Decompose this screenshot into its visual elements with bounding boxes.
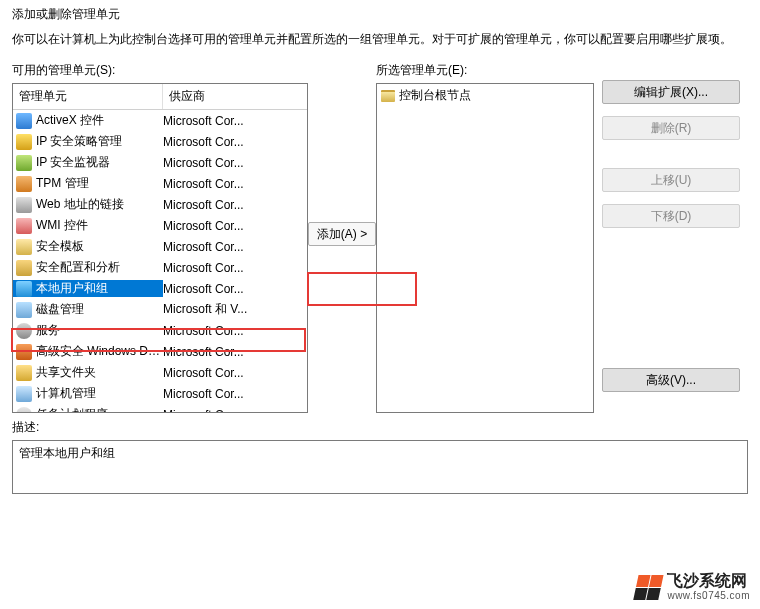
snapin-icon — [16, 155, 32, 171]
snapin-row[interactable]: 磁盘管理Microsoft 和 V... — [13, 299, 307, 320]
selected-listbox[interactable]: 控制台根节点 — [376, 83, 594, 413]
snapin-icon — [16, 197, 32, 213]
snapin-icon — [16, 386, 32, 402]
snapin-row[interactable]: Web 地址的链接Microsoft Cor... — [13, 194, 307, 215]
snapin-icon — [16, 365, 32, 381]
snapin-vendor: Microsoft Cor... — [163, 177, 307, 191]
watermark-logo-icon — [633, 574, 665, 600]
watermark-title: 飞沙系统网 — [667, 572, 750, 590]
snapin-name: TPM 管理 — [36, 175, 91, 192]
available-label: 可用的管理单元(S): — [12, 62, 308, 79]
snapin-name: 安全模板 — [36, 238, 86, 255]
snapin-row[interactable]: TPM 管理Microsoft Cor... — [13, 173, 307, 194]
snapin-icon — [16, 323, 32, 339]
snapin-vendor: Microsoft Cor... — [163, 366, 307, 380]
snapin-row[interactable]: 高级安全 Windows De...Microsoft Cor... — [13, 341, 307, 362]
snapin-row[interactable]: IP 安全监视器Microsoft Cor... — [13, 152, 307, 173]
snapin-icon — [16, 302, 32, 318]
add-button[interactable]: 添加(A) > — [308, 222, 376, 246]
tree-root-label: 控制台根节点 — [399, 87, 471, 104]
snapin-vendor: Microsoft Cor... — [163, 282, 307, 296]
action-buttons-column: 编辑扩展(X)... 删除(R) 上移(U) 下移(D) 高级(V)... — [594, 62, 744, 404]
snapin-vendor: Microsoft Cor... — [163, 408, 307, 414]
snapin-icon — [16, 134, 32, 150]
header-name[interactable]: 管理单元 — [13, 84, 163, 109]
snapin-name: ActiveX 控件 — [36, 112, 106, 129]
snapin-vendor: Microsoft Cor... — [163, 135, 307, 149]
snapin-row[interactable]: 本地用户和组Microsoft Cor... — [13, 278, 307, 299]
snapin-vendor: Microsoft 和 V... — [163, 301, 307, 318]
snapin-name: 磁盘管理 — [36, 301, 86, 318]
snapin-vendor: Microsoft Cor... — [163, 345, 307, 359]
snapin-vendor: Microsoft Cor... — [163, 324, 307, 338]
snapin-icon — [16, 239, 32, 255]
snapin-vendor: Microsoft Cor... — [163, 156, 307, 170]
snapin-name: 安全配置和分析 — [36, 259, 122, 276]
snapin-name: 高级安全 Windows De... — [36, 343, 163, 360]
snapin-icon — [16, 176, 32, 192]
snapin-row[interactable]: 服务Microsoft Cor... — [13, 320, 307, 341]
description-box: 管理本地用户和组 — [12, 440, 748, 494]
snapin-row[interactable]: IP 安全策略管理Microsoft Cor... — [13, 131, 307, 152]
snapin-name: Web 地址的链接 — [36, 196, 126, 213]
snapin-name: 服务 — [36, 322, 62, 339]
snapin-vendor: Microsoft Cor... — [163, 114, 307, 128]
snapin-name: WMI 控件 — [36, 217, 90, 234]
selected-label: 所选管理单元(E): — [376, 62, 594, 79]
dialog-subtitle: 你可以在计算机上为此控制台选择可用的管理单元并配置所选的一组管理单元。对于可扩展… — [0, 27, 760, 62]
snapin-vendor: Microsoft Cor... — [163, 261, 307, 275]
snapin-name: IP 安全监视器 — [36, 154, 112, 171]
watermark: 飞沙系统网 www.fs0745.com — [631, 570, 754, 603]
snapin-icon — [16, 407, 32, 414]
watermark-url: www.fs0745.com — [667, 590, 750, 601]
snapin-icon — [16, 260, 32, 276]
snapin-name: 计算机管理 — [36, 385, 98, 402]
snapin-vendor: Microsoft Cor... — [163, 387, 307, 401]
move-down-button: 下移(D) — [602, 204, 740, 228]
snapin-row[interactable]: 共享文件夹Microsoft Cor... — [13, 362, 307, 383]
move-up-button: 上移(U) — [602, 168, 740, 192]
snapin-vendor: Microsoft Cor... — [163, 240, 307, 254]
snapin-icon — [16, 281, 32, 297]
snapin-row[interactable]: ActiveX 控件Microsoft Cor... — [13, 110, 307, 131]
description-label: 描述: — [12, 419, 748, 436]
folder-icon — [381, 90, 395, 102]
snapin-vendor: Microsoft Cor... — [163, 198, 307, 212]
snapin-vendor: Microsoft Cor... — [163, 219, 307, 233]
available-body[interactable]: ActiveX 控件Microsoft Cor...IP 安全策略管理Micro… — [13, 110, 307, 413]
snapin-name: 本地用户和组 — [36, 280, 110, 297]
snapin-row[interactable]: 安全模板Microsoft Cor... — [13, 236, 307, 257]
snapin-icon — [16, 218, 32, 234]
snapin-icon — [16, 344, 32, 360]
snapin-name: IP 安全策略管理 — [36, 133, 124, 150]
snapin-icon — [16, 113, 32, 129]
available-listbox[interactable]: 管理单元 供应商 ActiveX 控件Microsoft Cor...IP 安全… — [12, 83, 308, 413]
snapin-row[interactable]: 计算机管理Microsoft Cor... — [13, 383, 307, 404]
header-vendor[interactable]: 供应商 — [163, 84, 307, 109]
advanced-button[interactable]: 高级(V)... — [602, 368, 740, 392]
edit-extensions-button[interactable]: 编辑扩展(X)... — [602, 80, 740, 104]
snapin-name: 共享文件夹 — [36, 364, 98, 381]
tree-root-item[interactable]: 控制台根节点 — [377, 84, 593, 107]
snapin-row[interactable]: 安全配置和分析Microsoft Cor... — [13, 257, 307, 278]
available-header: 管理单元 供应商 — [13, 84, 307, 110]
snapin-name: 任务计划程序 — [36, 406, 110, 413]
snapin-row[interactable]: WMI 控件Microsoft Cor... — [13, 215, 307, 236]
remove-button: 删除(R) — [602, 116, 740, 140]
dialog-title: 添加或删除管理单元 — [0, 0, 760, 27]
snapin-row[interactable]: 任务计划程序Microsoft Cor... — [13, 404, 307, 413]
